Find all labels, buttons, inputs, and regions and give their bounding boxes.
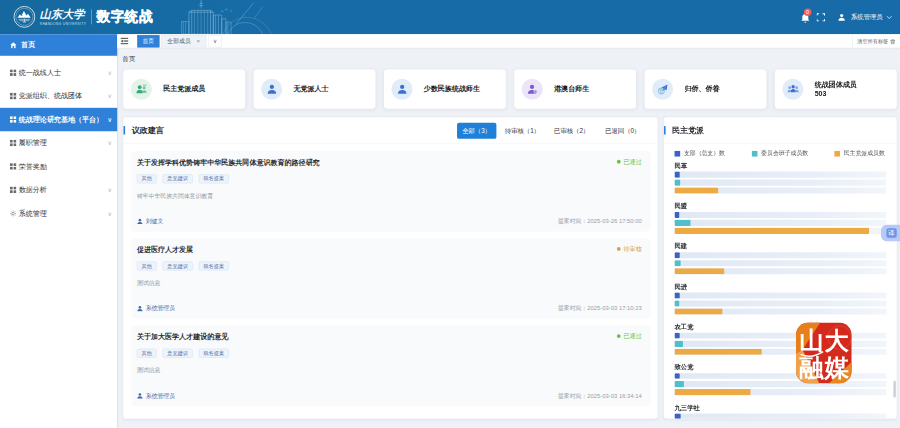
- svg-text:大: 大: [825, 327, 850, 354]
- svg-text:媒: 媒: [824, 354, 850, 381]
- svg-text:山: 山: [799, 327, 823, 354]
- svg-text:融: 融: [799, 354, 824, 381]
